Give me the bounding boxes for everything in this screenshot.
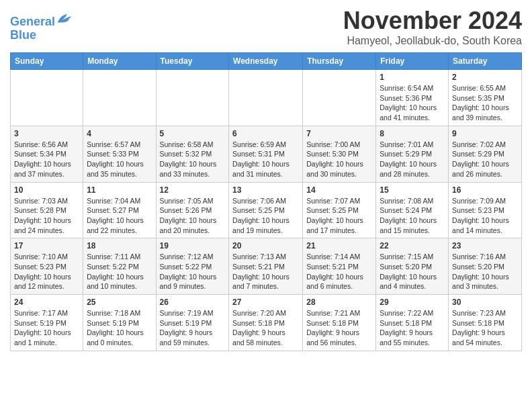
cell-info-text: Sunrise: 7:21 AM Sunset: 5:18 PM Dayligh… [306,308,372,348]
cell-day-number: 23 [452,241,518,250]
cell-info-text: Sunrise: 7:05 AM Sunset: 5:26 PM Dayligh… [160,196,226,236]
cell-day-number: 15 [380,185,445,195]
calendar-cell: 27Sunrise: 7:20 AM Sunset: 5:18 PM Dayli… [229,295,303,351]
cell-info-text: Sunrise: 7:22 AM Sunset: 5:18 PM Dayligh… [380,308,445,348]
cell-info-text: Sunrise: 7:00 AM Sunset: 5:30 PM Dayligh… [306,140,372,179]
cell-info-text: Sunrise: 7:18 AM Sunset: 5:19 PM Dayligh… [87,308,152,348]
cell-info-text: Sunrise: 7:08 AM Sunset: 5:24 PM Dayligh… [380,196,445,236]
calendar-cell: 12Sunrise: 7:05 AM Sunset: 5:26 PM Dayli… [156,182,229,238]
cell-day-number: 14 [306,185,372,195]
cell-day-number: 24 [14,298,79,307]
cell-day-number: 30 [452,298,518,307]
cell-info-text: Sunrise: 7:19 AM Sunset: 5:19 PM Dayligh… [160,308,226,348]
page-header: General Blue November 2024 Hamyeol, Jeol… [10,7,522,47]
calendar-cell: 14Sunrise: 7:07 AM Sunset: 5:25 PM Dayli… [303,182,376,238]
calendar-cell: 28Sunrise: 7:21 AM Sunset: 5:18 PM Dayli… [303,295,376,351]
calendar-cell: 17Sunrise: 7:10 AM Sunset: 5:23 PM Dayli… [11,238,83,295]
cell-day-number: 10 [14,185,79,195]
calendar-cell: 29Sunrise: 7:22 AM Sunset: 5:18 PM Dayli… [376,295,449,351]
cell-day-number: 4 [87,129,152,138]
cell-info-text: Sunrise: 7:10 AM Sunset: 5:23 PM Dayligh… [14,252,79,291]
weekday-header-friday: Friday [376,53,449,70]
cell-info-text: Sunrise: 7:23 AM Sunset: 5:18 PM Dayligh… [452,308,518,348]
cell-info-text: Sunrise: 7:17 AM Sunset: 5:19 PM Dayligh… [14,308,79,348]
subtitle: Hamyeol, Jeollabuk-do, South Korea [343,35,522,47]
cell-info-text: Sunrise: 7:13 AM Sunset: 5:21 PM Dayligh… [232,252,299,291]
calendar-week-3: 10Sunrise: 7:03 AM Sunset: 5:28 PM Dayli… [11,182,522,238]
cell-day-number: 28 [306,298,372,307]
calendar-body: 1Sunrise: 6:54 AM Sunset: 5:36 PM Daylig… [11,70,522,351]
weekday-header-monday: Monday [83,53,156,70]
cell-info-text: Sunrise: 7:06 AM Sunset: 5:25 PM Dayligh… [232,196,299,236]
calendar-cell: 11Sunrise: 7:04 AM Sunset: 5:27 PM Dayli… [83,182,156,238]
cell-day-number: 26 [160,298,226,307]
calendar-cell: 3Sunrise: 6:56 AM Sunset: 5:34 PM Daylig… [11,126,83,182]
calendar-cell: 6Sunrise: 6:59 AM Sunset: 5:31 PM Daylig… [229,126,303,182]
cell-day-number: 27 [232,298,299,307]
calendar-week-5: 24Sunrise: 7:17 AM Sunset: 5:19 PM Dayli… [11,295,522,351]
calendar-cell: 22Sunrise: 7:15 AM Sunset: 5:20 PM Dayli… [376,238,449,295]
calendar-week-1: 1Sunrise: 6:54 AM Sunset: 5:36 PM Daylig… [11,70,522,126]
calendar-cell [229,70,303,126]
cell-info-text: Sunrise: 7:09 AM Sunset: 5:23 PM Dayligh… [452,196,518,236]
calendar-cell: 5Sunrise: 6:58 AM Sunset: 5:32 PM Daylig… [156,126,229,182]
cell-info-text: Sunrise: 6:54 AM Sunset: 5:36 PM Dayligh… [380,83,445,123]
main-title: November 2024 [343,7,522,35]
cell-info-text: Sunrise: 7:03 AM Sunset: 5:28 PM Dayligh… [14,196,79,236]
weekday-header-sunday: Sunday [11,53,83,70]
cell-info-text: Sunrise: 7:02 AM Sunset: 5:29 PM Dayligh… [452,140,518,179]
calendar-cell: 7Sunrise: 7:00 AM Sunset: 5:30 PM Daylig… [303,126,376,182]
cell-day-number: 16 [452,185,518,195]
cell-info-text: Sunrise: 6:57 AM Sunset: 5:33 PM Dayligh… [87,140,152,179]
weekday-header-row: SundayMondayTuesdayWednesdayThursdayFrid… [11,53,522,70]
calendar-table: SundayMondayTuesdayWednesdayThursdayFrid… [10,52,522,351]
calendar-cell: 25Sunrise: 7:18 AM Sunset: 5:19 PM Dayli… [83,295,156,351]
cell-day-number: 18 [87,241,152,250]
calendar-cell: 30Sunrise: 7:23 AM Sunset: 5:18 PM Dayli… [449,295,522,351]
weekday-header-tuesday: Tuesday [156,53,229,70]
calendar-cell: 23Sunrise: 7:16 AM Sunset: 5:20 PM Dayli… [449,238,522,295]
logo-bird-icon [56,12,73,26]
cell-info-text: Sunrise: 6:55 AM Sunset: 5:35 PM Dayligh… [452,83,518,123]
calendar-cell: 4Sunrise: 6:57 AM Sunset: 5:33 PM Daylig… [83,126,156,182]
cell-info-text: Sunrise: 6:56 AM Sunset: 5:34 PM Dayligh… [14,140,79,179]
cell-day-number: 9 [452,129,518,138]
calendar-cell: 13Sunrise: 7:06 AM Sunset: 5:25 PM Dayli… [229,182,303,238]
calendar-cell: 9Sunrise: 7:02 AM Sunset: 5:29 PM Daylig… [449,126,522,182]
cell-day-number: 17 [14,241,79,250]
cell-day-number: 25 [87,298,152,307]
cell-day-number: 11 [87,185,152,195]
calendar-cell: 21Sunrise: 7:14 AM Sunset: 5:21 PM Dayli… [303,238,376,295]
cell-day-number: 2 [452,73,518,82]
cell-info-text: Sunrise: 7:12 AM Sunset: 5:22 PM Dayligh… [160,252,226,291]
calendar-header: SundayMondayTuesdayWednesdayThursdayFrid… [11,53,522,70]
calendar-cell: 24Sunrise: 7:17 AM Sunset: 5:19 PM Dayli… [11,295,83,351]
calendar-cell: 15Sunrise: 7:08 AM Sunset: 5:24 PM Dayli… [376,182,449,238]
cell-day-number: 7 [306,129,372,138]
cell-day-number: 12 [160,185,226,195]
calendar-cell: 18Sunrise: 7:11 AM Sunset: 5:22 PM Dayli… [83,238,156,295]
logo: General Blue [10,12,73,42]
cell-info-text: Sunrise: 7:11 AM Sunset: 5:22 PM Dayligh… [87,252,152,291]
weekday-header-wednesday: Wednesday [229,53,303,70]
logo-text: General Blue [10,12,73,42]
calendar-cell: 10Sunrise: 7:03 AM Sunset: 5:28 PM Dayli… [11,182,83,238]
calendar-cell: 2Sunrise: 6:55 AM Sunset: 5:35 PM Daylig… [449,70,522,126]
calendar-cell: 19Sunrise: 7:12 AM Sunset: 5:22 PM Dayli… [156,238,229,295]
calendar-cell [303,70,376,126]
cell-day-number: 21 [306,241,372,250]
cell-info-text: Sunrise: 7:07 AM Sunset: 5:25 PM Dayligh… [306,196,372,236]
cell-info-text: Sunrise: 7:20 AM Sunset: 5:18 PM Dayligh… [232,308,299,348]
cell-day-number: 13 [232,185,299,195]
calendar-cell: 16Sunrise: 7:09 AM Sunset: 5:23 PM Dayli… [449,182,522,238]
title-block: November 2024 Hamyeol, Jeollabuk-do, Sou… [343,7,522,47]
calendar-week-2: 3Sunrise: 6:56 AM Sunset: 5:34 PM Daylig… [11,126,522,182]
calendar-cell: 26Sunrise: 7:19 AM Sunset: 5:19 PM Dayli… [156,295,229,351]
calendar-week-4: 17Sunrise: 7:10 AM Sunset: 5:23 PM Dayli… [11,238,522,295]
cell-day-number: 8 [380,129,445,138]
cell-day-number: 20 [232,241,299,250]
calendar-cell [156,70,229,126]
cell-day-number: 19 [160,241,226,250]
calendar-cell [83,70,156,126]
cell-info-text: Sunrise: 7:04 AM Sunset: 5:27 PM Dayligh… [87,196,152,236]
